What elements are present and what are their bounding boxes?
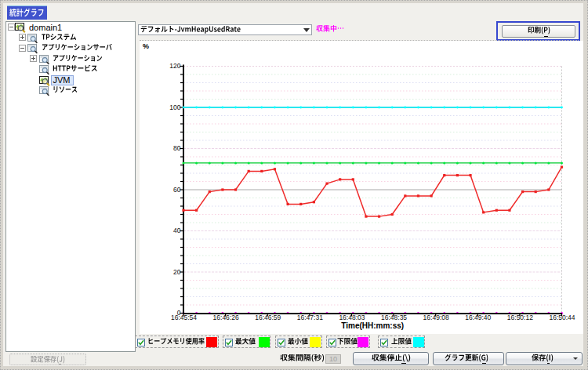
svg-text:16:46:26: 16:46:26: [213, 314, 239, 321]
svg-text:Time(HH:mm:ss): Time(HH:mm:ss): [341, 321, 404, 330]
svg-text:16:48:03: 16:48:03: [339, 314, 365, 321]
svg-text:16:50:12: 16:50:12: [507, 314, 533, 321]
svg-text:40: 40: [173, 227, 181, 234]
svg-text:100: 100: [169, 103, 180, 111]
svg-text:80: 80: [173, 144, 181, 152]
svg-text:16:47:31: 16:47:31: [297, 314, 323, 321]
svg-text:16:49:40: 16:49:40: [465, 314, 491, 321]
svg-text:60: 60: [173, 186, 181, 194]
svg-text:20: 20: [173, 268, 181, 276]
svg-text:16:46:59: 16:46:59: [255, 314, 281, 321]
svg-text:16:49:08: 16:49:08: [423, 314, 449, 321]
svg-text:16:48:35: 16:48:35: [381, 314, 407, 321]
svg-text:16:50:44: 16:50:44: [549, 314, 575, 321]
svg-text:120: 120: [169, 62, 180, 70]
svg-text:16:45:54: 16:45:54: [171, 314, 197, 321]
